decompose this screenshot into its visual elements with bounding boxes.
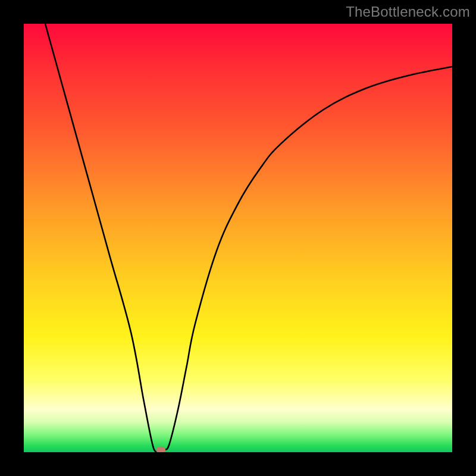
plot-area <box>24 24 452 452</box>
optimal-point-marker <box>156 446 165 452</box>
watermark-text: TheBottleneck.com <box>346 4 470 20</box>
chart-frame: TheBottleneck.com <box>0 0 476 476</box>
curve-svg <box>24 24 452 452</box>
bottleneck-curve-path <box>45 24 452 452</box>
